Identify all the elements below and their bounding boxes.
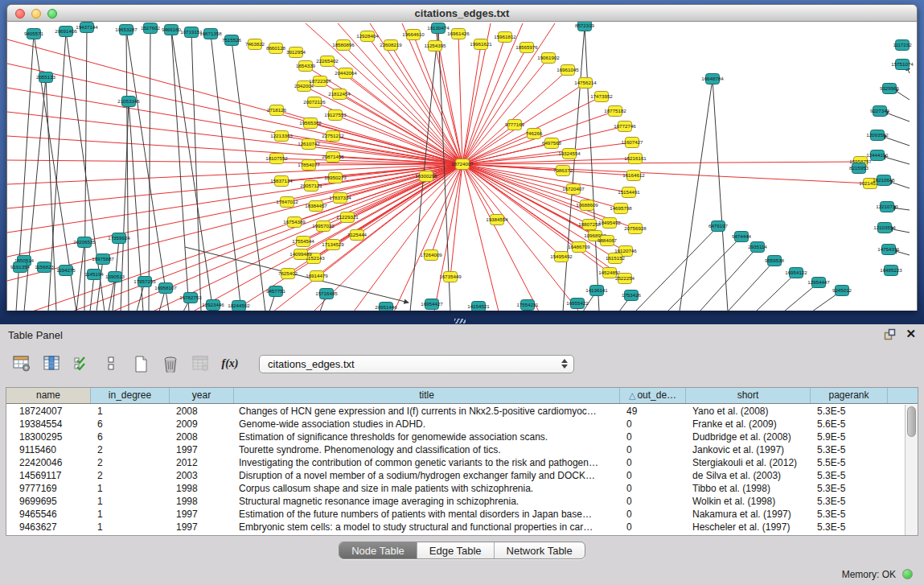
minimize-window-icon[interactable]: [31, 9, 41, 19]
new-column-button[interactable]: [129, 351, 153, 377]
table-cell[interactable]: 9699695: [6, 495, 91, 508]
graph-node[interactable]: 9405571: [24, 29, 44, 39]
graph-node[interactable]: 6497568: [542, 138, 562, 149]
graph-node[interactable]: 17134529: [322, 240, 344, 250]
table-cell[interactable]: 5.5E-5: [811, 456, 888, 469]
graph-node[interactable]: 1117232: [893, 40, 912, 51]
table-cell[interactable]: Genome-wide association studies in ADHD.: [234, 418, 620, 431]
graph-node[interactable]: 18130474: [427, 23, 450, 34]
close-window-icon[interactable]: [15, 9, 25, 19]
table-cell[interactable]: Dudbridge et al. (2008): [686, 431, 811, 443]
graph-node[interactable]: 6479197: [708, 221, 729, 232]
graph-node[interactable]: 14695798: [610, 204, 632, 214]
graph-node[interactable]: 9329966: [880, 84, 900, 94]
graph-node[interactable]: 1527602: [141, 23, 161, 34]
table-cell[interactable]: 1: [91, 521, 170, 534]
graph-node[interactable]: 15495492: [550, 252, 573, 262]
table-row[interactable]: 911546021997Tourette syndrome. Phenomeno…: [6, 443, 905, 456]
table-cell[interactable]: Changes of HCN gene expression and I(f) …: [234, 405, 620, 418]
graph-node[interactable]: 9457751: [266, 286, 286, 297]
graph-node[interactable]: 9466160: [162, 25, 182, 35]
table-cell[interactable]: 2008: [170, 431, 234, 443]
network-window-titlebar[interactable]: citations_edges.txt: [6, 4, 918, 22]
network-graph[interactable]: 1872400774638228660128391295416543392342…: [7, 22, 917, 311]
table-cell[interactable]: Tourette syndrome. Phenomenology and cla…: [234, 443, 620, 456]
graph-node[interactable]: 16772746: [614, 122, 636, 132]
graph-node[interactable]: 1753426: [622, 290, 642, 301]
graph-node[interactable]: 16164612: [622, 171, 645, 181]
table-cell[interactable]: 1998: [170, 482, 234, 495]
table-cell[interactable]: Structural magnetic resonance image aver…: [234, 495, 620, 508]
tab-edge-table[interactable]: Edge Table: [417, 542, 494, 558]
table-cell[interactable]: 1997: [170, 521, 234, 534]
graph-node[interactable]: 9884067: [598, 236, 618, 246]
table-cell[interactable]: Estimation of the future numbers of pati…: [234, 508, 620, 521]
float-panel-icon[interactable]: [884, 328, 896, 340]
graph-node[interactable]: 12093582: [866, 130, 889, 141]
graph-node[interactable]: 15837134: [270, 176, 293, 187]
zoom-window-icon[interactable]: [47, 9, 57, 19]
table-cell[interactable]: 5.3E-5: [811, 405, 888, 418]
graph-node[interactable]: 2718126: [267, 105, 287, 116]
graph-node[interactable]: 9245012: [832, 286, 852, 296]
graph-node[interactable]: 15961812: [494, 32, 516, 43]
graph-node[interactable]: 7986372: [553, 166, 573, 176]
graph-node[interactable]: 2935114: [748, 242, 767, 253]
graph-node[interactable]: 18384457: [305, 201, 327, 212]
table-cell[interactable]: 2: [91, 469, 170, 482]
graph-node[interactable]: 18565976: [515, 43, 538, 53]
graph-node[interactable]: 16961045: [556, 65, 579, 76]
graph-node[interactable]: 17554544: [292, 237, 314, 247]
table-cell[interactable]: Investigating the contribution of common…: [234, 456, 620, 469]
table-cell[interactable]: 9777169: [6, 482, 91, 495]
graph-node[interactable]: 17957255: [133, 277, 156, 287]
graph-node[interactable]: 16754389: [283, 217, 306, 228]
table-cell[interactable]: 2003: [170, 469, 234, 482]
table-select-dropdown[interactable]: citations_edges.txt: [259, 355, 574, 373]
table-row[interactable]: 1872400712008Changes of HCN gene express…: [6, 405, 905, 418]
graph-node[interactable]: 19437144: [76, 23, 98, 33]
graph-node[interactable]: 7463822: [245, 39, 265, 50]
graph-node[interactable]: 3912954: [286, 47, 306, 58]
graph-node[interactable]: 10975887: [92, 254, 114, 265]
table-row[interactable]: 1830029562008Estimation of significance …: [6, 431, 905, 443]
graph-node[interactable]: 1654339: [296, 61, 316, 72]
table-cell[interactable]: 9463627: [6, 521, 91, 534]
column-header-title[interactable]: title: [234, 388, 620, 403]
table-cell[interactable]: 1: [91, 495, 170, 508]
graph-node[interactable]: 16954122: [785, 268, 807, 278]
table-cell[interactable]: 5.3E-5: [811, 521, 888, 534]
graph-node[interactable]: 16648784: [701, 74, 724, 84]
graph-node[interactable]: 9191354: [10, 262, 31, 273]
graph-node[interactable]: 1194275: [56, 266, 76, 276]
table-cell[interactable]: Estimation of significance thresholds fo…: [234, 431, 620, 443]
graph-node[interactable]: 9227349: [870, 106, 890, 117]
table-cell[interactable]: 14569117: [6, 469, 91, 482]
graph-node[interactable]: 9559538: [765, 256, 785, 266]
graph-node[interactable]: 16914479: [306, 271, 328, 282]
graph-node[interactable]: 20206535: [73, 237, 96, 248]
table-cell[interactable]: 9115460: [6, 443, 91, 456]
graph-node[interactable]: 21812454: [328, 89, 351, 100]
graph-node[interactable]: 12928404: [356, 31, 379, 42]
graph-node[interactable]: 16961426: [447, 29, 470, 39]
graph-node[interactable]: 17359924: [108, 233, 130, 244]
graph-node[interactable]: 1615152: [606, 253, 626, 264]
table-cell[interactable]: Corpus callosum shape and size in male p…: [234, 482, 620, 495]
graph-node[interactable]: 14756214: [574, 78, 597, 89]
table-cell[interactable]: 5.3E-5: [811, 482, 888, 495]
table-cell[interactable]: 0: [620, 418, 686, 431]
graph-node[interactable]: 22751212: [322, 131, 344, 142]
table-cell[interactable]: 1998: [170, 495, 234, 508]
graph-node[interactable]: 16954427: [421, 299, 443, 310]
table-cell[interactable]: 6: [91, 418, 170, 431]
graph-node[interactable]: 8572319: [575, 22, 595, 31]
table-row[interactable]: 969969511998Structural magnetic resonanc…: [6, 495, 905, 508]
table-cell[interactable]: 18300295: [6, 431, 91, 443]
graph-node[interactable]: 14136141: [585, 286, 608, 296]
graph-node[interactable]: 22265402: [316, 56, 339, 67]
network-canvas[interactable]: 1872400774638228660128391295416543392342…: [6, 22, 918, 311]
function-builder-button[interactable]: f(x): [218, 351, 242, 377]
memory-status-indicator[interactable]: [902, 569, 913, 579]
graph-node[interactable]: 17854077: [298, 160, 320, 171]
